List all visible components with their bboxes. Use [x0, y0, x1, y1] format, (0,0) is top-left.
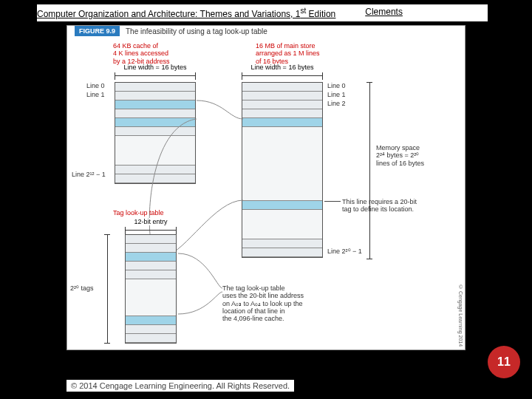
side-copyright: © Cengage Learning 2014 [458, 284, 463, 347]
cache-line1-label: Line 1 [86, 91, 105, 98]
figure-panel: FIGURE 9.9 The infeasibility of using a … [66, 25, 466, 350]
cache-line0-label: Line 0 [86, 82, 105, 89]
entry-width-bar: 12-bit entry [125, 227, 177, 234]
main-width-bar: Line width = 16 bytes [242, 72, 323, 80]
lookup-note-connector [177, 248, 228, 321]
main-line1-label: Line 1 [327, 91, 346, 98]
tags-count-label: 2²⁰ tags [70, 284, 94, 292]
lookup-table-caption: Tag look-up table [113, 209, 164, 216]
main-last-label: Line 2²⁰ − 1 [327, 248, 362, 255]
footer-copyright: © 2014 Cengage Learning Engineering. All… [66, 380, 294, 392]
cache-width-bar: Line width = 16 bytes [115, 72, 196, 80]
figure-caption-bar: FIGURE 9.9 The infeasibility of using a … [75, 26, 267, 36]
mainstore-description: 16 MB of main store arranged as 1 M line… [256, 42, 320, 65]
tag-requirement-note: This line requires a 20-bit tag to defin… [342, 198, 417, 214]
mainstore-column [242, 82, 323, 258]
main-line0-label: Line 0 [327, 82, 346, 89]
lookup-note: The tag look-up table uses the 20-bit li… [222, 284, 304, 323]
memory-space-brace [365, 82, 374, 259]
cache-column [115, 82, 196, 184]
book-title: Computer Organization and Architecture: … [37, 7, 335, 19]
main-line2-label: Line 2 [327, 100, 346, 107]
figure-number-badge: FIGURE 9.9 [75, 26, 120, 36]
author-name: Clements [365, 7, 403, 19]
memory-space-label: Memory space 2²⁴ bytes = 2²⁰ lines of 16… [376, 144, 424, 167]
cache-description: 64 KB cache of 4 K lines accessed by a 1… [113, 42, 170, 65]
page-number-badge: 11 [488, 346, 520, 378]
figure-title: The infeasibility of using a tag look-up… [126, 27, 267, 35]
lookup-table-column [125, 234, 177, 344]
tags-brace [103, 234, 112, 344]
slide-header: Computer Organization and Architecture: … [37, 4, 488, 21]
cache-last-label: Line 2¹² − 1 [72, 171, 106, 178]
